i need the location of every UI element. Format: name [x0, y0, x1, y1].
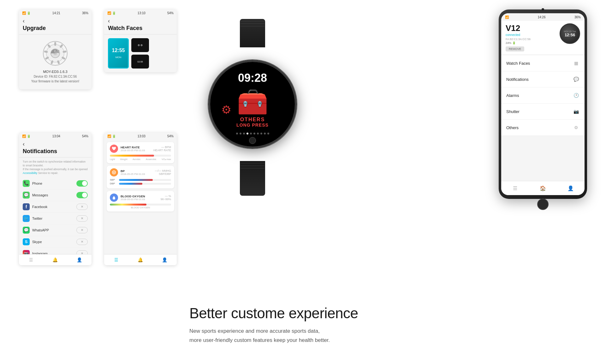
rp-tab-home[interactable]: 🏠 — [538, 184, 547, 193]
rp-menu-alarms[interactable]: Alarms 🕐 — [501, 87, 585, 104]
health-tab-notif[interactable]: 🔔 — [137, 256, 144, 263]
notif-item-whatsapp: 💬 WhatsAPP ✕ — [23, 224, 88, 236]
facebook-toggle[interactable]: ✕ — [76, 204, 88, 210]
headline: Better custome experience — [189, 305, 486, 322]
notif-back-button[interactable]: ‹ — [23, 141, 88, 147]
whatsapp-toggle[interactable]: ✕ — [76, 227, 88, 233]
upgrade-gear-icon — [43, 41, 68, 66]
watch-body: 09:28 🧰 ⚙ OTHERS LONG PRESS — [199, 44, 306, 164]
watch-dot-8 — [260, 133, 262, 134]
wf-title: Watch Faces — [108, 25, 173, 32]
upgrade-back-button[interactable]: ‹ — [23, 18, 88, 24]
skype-app-label: Skype — [32, 240, 42, 244]
rp-connected-status: connected — [506, 33, 531, 37]
blood-oxygen-icon — [110, 194, 118, 202]
rp-menu-watchfaces[interactable]: Watch Faces ▦ — [501, 55, 585, 71]
health-tab-user[interactable]: 👤 — [161, 256, 168, 263]
blood-oxygen-unit: — %96~99% — [161, 194, 171, 201]
notif-tab-bar: ☰ 🔔 👤 — [19, 254, 92, 265]
watchface-item-2[interactable]: ⚙ ⚙ — [131, 38, 149, 52]
twitter-toggle[interactable]: ✕ — [76, 215, 88, 222]
bottom-text-section: Better custome experience New sports exp… — [189, 305, 486, 345]
notif-title: Notifications — [23, 148, 88, 155]
watch-gear-icon: ⚙ — [221, 103, 231, 116]
phone-app-label: Phone — [32, 182, 42, 185]
watchface-list: 12:55MON ⚙ ⚙ 02:06 — [108, 38, 173, 69]
rp-header-top: V12 connected FA:82:C1:3A:CC:56 24% 🔋 RE… — [506, 23, 580, 51]
upgrade-header: ‹ Upgrade — [19, 16, 92, 34]
heart-rate-title: HEART RATE — [121, 146, 153, 149]
notif-content: Turn on the switch to synchronize relate… — [19, 158, 92, 264]
watch-band-bottom — [240, 161, 265, 196]
rp-tab-user[interactable]: 👤 — [566, 184, 575, 193]
rp-device-info: V12 connected FA:82:C1:3A:CC:56 24% 🔋 RE… — [506, 23, 531, 51]
rp-watchfaces-icon: ▦ — [573, 60, 579, 67]
right-phone-home-button[interactable] — [537, 199, 549, 210]
watch-dots — [236, 133, 269, 134]
upgrade-screen: 📶 🔋 14:21 36% ‹ Upgrade — [19, 9, 92, 89]
health-battery: 54% — [167, 134, 174, 138]
rp-alarms-label: Alarms — [506, 93, 519, 98]
heart-rate-labels: LightWeightAerobicAnaerobicVO₂ max — [110, 158, 171, 161]
watch-dot-7 — [257, 133, 259, 134]
smartwatch-container: 09:28 🧰 ⚙ OTHERS LONG PRESS — [183, 16, 322, 193]
wf-back-button[interactable]: ‹ — [108, 18, 173, 24]
tab-notif-icon[interactable]: 🔔 — [52, 256, 59, 263]
watch-dot-2 — [240, 133, 241, 134]
phone-app-icon: 📞 — [23, 180, 30, 187]
device-id-label: Device ID: FA:82:C1:3A:CC:56 — [34, 75, 77, 78]
upgrade-battery: 36% — [82, 11, 88, 15]
wf-signal-left: 📶 🔋 — [107, 11, 116, 15]
rp-menu-notifications[interactable]: Notifications 💬 — [501, 71, 585, 87]
watchface-item-3[interactable]: 02:06 — [131, 55, 149, 69]
heart-rate-unit: — BPMHEART RATE — [153, 146, 171, 152]
watch-case: 09:28 🧰 ⚙ OTHERS LONG PRESS — [208, 60, 297, 148]
watch-toolbox-icon: 🧰 — [237, 87, 268, 117]
rp-shutter-label: Shutter — [506, 109, 520, 114]
tab-list-icon[interactable]: ☰ — [27, 256, 34, 263]
notif-item-phone: 📞 Phone — [23, 178, 88, 189]
watch-faces-screen: 📶 🔋 13:10 54% ‹ Watch Faces 12:55MON — [104, 9, 177, 89]
rp-menu-others[interactable]: Others ⚙ — [501, 120, 585, 136]
rp-menu-shutter[interactable]: Shutter 📷 — [501, 104, 585, 120]
watchface-item-1[interactable]: 12:55MON — [108, 38, 129, 69]
whatsapp-app-icon: 💬 — [23, 227, 30, 234]
rp-status-bar: 📶 14:26 36% — [501, 13, 585, 21]
rp-time: 14:26 — [538, 15, 545, 19]
watch-dot-3 — [243, 133, 245, 134]
subtext-line1: New sports experience and more accurate … — [189, 328, 320, 334]
messages-toggle[interactable] — [76, 192, 88, 198]
watch-longpress-label: LONG PRESS — [236, 122, 269, 128]
health-time: 13:03 — [138, 134, 146, 138]
rp-menu-list: Watch Faces ▦ Notifications 💬 Alarms 🕐 S… — [501, 55, 585, 136]
phone-toggle[interactable] — [76, 180, 88, 187]
firmware-name: MOY-ED3-1.6.3 — [43, 70, 67, 74]
heart-rate-title-group: HEART RATE 2018-05-05 PM 01:03 — [121, 146, 153, 152]
heart-rate-bar: LightWeightAerobicAnaerobicVO₂ max — [110, 155, 171, 161]
health-tab-list[interactable]: ☰ — [113, 256, 120, 263]
rp-tab-bar: ☰ 🏠 👤 — [501, 181, 585, 195]
svg-point-14 — [113, 172, 115, 173]
blood-oxygen-card: BLOOD OXYGEN 2018-05-03 PM 01:03 — %96~9… — [107, 191, 174, 212]
watch-dot-4 — [247, 133, 248, 134]
facebook-app-icon: f — [23, 203, 30, 210]
bp-date: 2018-05-05 PM 01:03 — [121, 173, 155, 176]
rp-header: V12 connected FA:82:C1:3A:CC:56 24% 🔋 RE… — [501, 21, 585, 55]
heart-rate-date: 2018-05-05 PM 01:03 — [121, 149, 153, 152]
upgrade-status-bar: 📶 🔋 14:21 36% — [19, 9, 92, 16]
skype-toggle[interactable]: ✕ — [76, 239, 88, 245]
rp-tab-list[interactable]: ☰ — [511, 184, 520, 193]
watch-home-button[interactable] — [249, 137, 256, 144]
watch-dot-10 — [267, 133, 269, 134]
rp-remove-button[interactable]: REMOVE — [506, 46, 524, 51]
blood-oxygen-date: 2018-05-03 PM 01:03 — [121, 198, 161, 201]
bp-card: BP 2018-05-05 PM 01:03 —/— MMHGSBP/DBP S… — [107, 166, 174, 188]
watch-dot-9 — [264, 133, 266, 134]
dbp-bar-row: DBP — [110, 182, 171, 185]
health-tab-bar: ☰ 🔔 👤 — [104, 254, 177, 265]
right-phone-container: 📶 14:26 36% V12 connected FA:82:C1:3A:CC… — [499, 9, 587, 199]
whatsapp-app-label: WhatsAPP — [32, 228, 49, 232]
wf-battery: 54% — [167, 11, 174, 15]
tab-user-icon[interactable]: 👤 — [76, 256, 83, 263]
rp-watch-preview: NOV 20 Tue 12:56 — [560, 23, 580, 44]
